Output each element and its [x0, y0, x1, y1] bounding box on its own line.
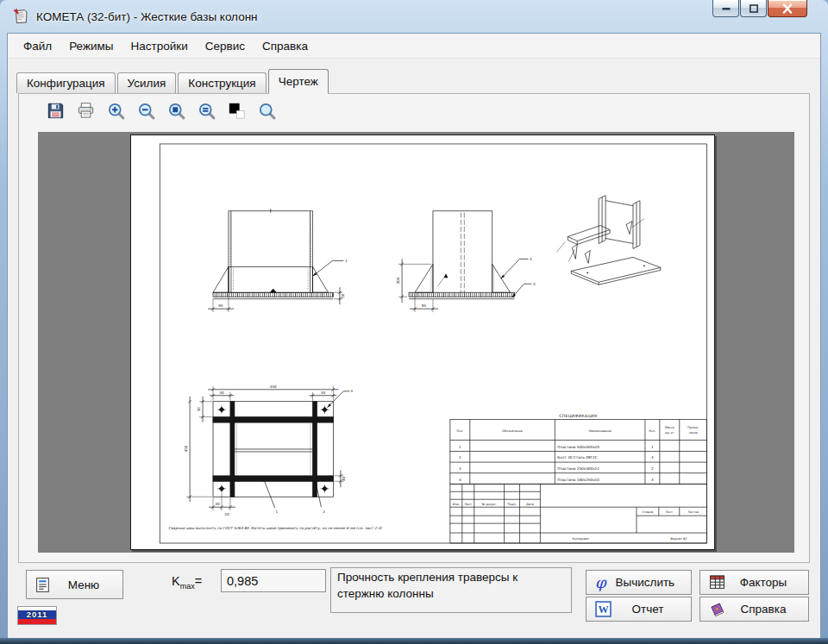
factors-button-label: Факторы: [725, 576, 808, 589]
page-color-button[interactable]: [226, 100, 247, 121]
help-book-icon: [709, 601, 725, 617]
drawing-viewport[interactable]: 95 30 1: [38, 132, 794, 553]
save-icon: [47, 102, 65, 120]
zoom-actual-icon: [198, 102, 216, 120]
tb-izm: Изм.: [453, 503, 460, 506]
status-message: Прочность крепления траверсы к стержню к…: [330, 567, 572, 613]
menu-modes[interactable]: Режимы: [60, 35, 122, 57]
title-block: Изм. Лист № докум. Подп. Дата Стадия: [450, 484, 707, 543]
spec-row-qty: 4: [651, 478, 654, 482]
tb-stage: Стадия: [642, 510, 653, 514]
callout-plan-2: 2: [323, 510, 325, 514]
badge-year-text: 2011: [18, 610, 56, 619]
tab-strip: Конфигурация Усилия Конструкция Чертеж: [8, 59, 820, 93]
menu-settings[interactable]: Настройки: [122, 35, 197, 57]
callout-plan-1: 1: [275, 510, 278, 514]
spec-h-name: Наименование: [589, 429, 612, 433]
menu-help[interactable]: Справка: [254, 35, 317, 57]
maximize-icon: [749, 3, 759, 14]
menu-button[interactable]: Меню: [26, 570, 123, 599]
zoom-out-button[interactable]: [135, 100, 156, 121]
spec-row-pos: 3: [459, 466, 461, 471]
spec-row-name: Болт 30 Сталь 09Г2С: [557, 455, 597, 460]
dim-side-h: 200: [396, 277, 400, 284]
kmax-input[interactable]: [221, 569, 326, 592]
zoom-fit-button[interactable]: [166, 100, 186, 121]
spec-h-m1: Масса: [665, 426, 674, 429]
spec-table: СПЕЦИФИКАЦИЯ Поз. Обоз: [450, 414, 707, 485]
tab-forces[interactable]: Усилия: [117, 72, 177, 93]
spec-row-qty: 1: [651, 445, 654, 449]
dim-plan-l1: 50: [197, 407, 201, 412]
tb-sheets: Листов: [687, 510, 699, 514]
bottom-bar: Меню Kmax= Прочность крепления траверсы …: [8, 563, 820, 635]
kmax-label: Kmax=: [172, 574, 202, 591]
dim-plan-l: 450: [184, 445, 188, 452]
spec-row-pos: 4: [459, 478, 461, 482]
drawing-canvas: 95 30 1: [131, 135, 714, 549]
factors-button[interactable]: Факторы: [699, 570, 809, 595]
phi-icon: φ: [595, 575, 606, 591]
menu-bar: Файл Режимы Настройки Сервис Справка: [8, 34, 820, 59]
report-button[interactable]: W Отчет: [586, 597, 692, 622]
spec-title: СПЕЦИФИКАЦИЯ: [559, 414, 597, 418]
menu-service[interactable]: Сервис: [197, 35, 254, 57]
drawing-toolbar: [19, 94, 809, 127]
spec-h-n1: Приме-: [687, 426, 699, 429]
dim-plan-w: 450: [270, 385, 277, 389]
spec-row-name: Пластина 500х500х20: [557, 445, 599, 449]
spec-h-pos: Поз.: [457, 429, 463, 433]
drawing-page[interactable]: 95 30 1: [130, 134, 715, 550]
isometric-view: [556, 196, 660, 285]
drawing-note: Сварные швы выполнять по ГОСТ 5264-80. К…: [168, 526, 382, 530]
zoom-window-icon: [258, 102, 276, 120]
dim-front-t: 30: [341, 293, 345, 298]
print-icon: [77, 102, 95, 120]
app-window: КОМЕТА (32-бит) - Жесткие базы колонн Фа…: [0, 0, 828, 644]
spec-row-qty: 4: [651, 455, 654, 460]
calculate-button-label: Вычислить: [606, 576, 691, 589]
window-title: КОМЕТА (32-бит) - Жесткие базы колонн: [36, 10, 258, 23]
badge-red-stripe: [18, 619, 56, 624]
spec-h-des: Обозначение: [502, 429, 522, 433]
help-button[interactable]: Справка: [699, 597, 809, 622]
tb-data: Дата: [526, 503, 534, 506]
tab-drawing[interactable]: Чертеж: [268, 69, 329, 93]
page-color-icon: [228, 102, 246, 120]
close-button[interactable]: [768, 0, 807, 17]
tab-configuration[interactable]: Конфигурация: [16, 72, 116, 93]
tb-list: Лист: [464, 503, 472, 506]
spec-h-qty: Кол.: [649, 429, 656, 433]
maximize-button[interactable]: [740, 0, 767, 17]
table-grid-icon: [709, 574, 725, 591]
zoom-in-icon: [107, 102, 125, 120]
zoom-out-icon: [137, 102, 155, 120]
zoom-in-button[interactable]: [105, 100, 126, 121]
spec-h-n2: чание: [688, 431, 698, 435]
zoom-actual-button[interactable]: [196, 100, 216, 121]
print-button[interactable]: [75, 100, 96, 121]
spec-row-qty: 2: [651, 466, 654, 471]
side-view: 200 95 3 4: [396, 211, 536, 313]
dim-plan-b2: 20: [224, 512, 229, 516]
title-bar[interactable]: КОМЕТА (32-бит) - Жесткие базы колонн: [7, 0, 821, 33]
tb-format: Формат А3: [670, 537, 687, 541]
sheet-frame: [160, 144, 706, 543]
close-icon: [781, 3, 794, 14]
dim-plan-b1: 30: [215, 502, 220, 506]
calculate-button[interactable]: φ Вычислить: [586, 570, 692, 595]
spec-row-name: Пластина 160х250х10: [557, 478, 599, 482]
spec-row-name: Пластина 250х300х12: [557, 466, 599, 471]
tb-podp: Подп.: [507, 503, 516, 506]
menu-button-label: Меню: [52, 578, 122, 591]
menu-list-icon: [35, 577, 52, 593]
tab-construction[interactable]: Конструкция: [178, 72, 266, 93]
report-button-label: Отчет: [612, 603, 691, 616]
tb-kopiroval: Копировал: [573, 537, 589, 541]
minimize-button[interactable]: [712, 0, 739, 17]
app-icon: [12, 8, 29, 25]
menu-file[interactable]: Файл: [15, 35, 60, 57]
dim-front-a: 95: [218, 303, 223, 308]
save-button[interactable]: [45, 100, 66, 121]
zoom-window-button[interactable]: [256, 100, 277, 121]
